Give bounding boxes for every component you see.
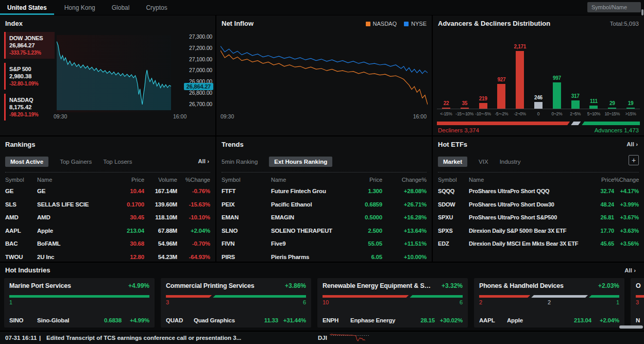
leader-name: Apple — [507, 317, 563, 323]
x-axis-category: 0 — [529, 111, 548, 116]
industry-leader-row[interactable]: AAPLApple213.04+2.04% — [479, 317, 619, 323]
industry-distribution-bar — [636, 295, 644, 298]
table-row-edz[interactable]: EDZDirexion Daily MSCI Em Mkts Bear 3X E… — [438, 237, 639, 251]
rankings-tab-most-active[interactable]: Most Active — [5, 157, 48, 167]
cell-symbol: EMAN — [222, 211, 271, 225]
symbol-search-input[interactable] — [587, 2, 641, 12]
index-list: DOW JONES26,864.27-333.75-1.23%S&P 5002,… — [4, 32, 55, 125]
cell-price: 55.05 — [348, 237, 382, 251]
hot-etfs-all-link[interactable]: All › — [626, 141, 638, 147]
cell-volume: 54.23M — [144, 251, 177, 262]
distribution-bar-15-10: 35 — [455, 31, 474, 109]
market-nav: United StatesHong KongGlobalCryptos — [0, 0, 644, 15]
nav-tab-cryptos[interactable]: Cryptos — [146, 0, 167, 15]
table-row-peix[interactable]: PEIXPacific Ethanol0.6859+26.71% — [222, 198, 427, 212]
leader-name: Sino-Global — [37, 317, 93, 323]
cell-change: +4.17% — [614, 185, 639, 198]
industry-segment-red — [166, 295, 212, 298]
industry-card-o[interactable]: O3N — [631, 278, 644, 328]
trends-tab-ext-hours-ranking[interactable]: Ext Hours Ranking — [269, 157, 332, 167]
table-row-aapl[interactable]: AAPLApple213.0467.88M+2.04% — [5, 225, 210, 238]
table-row-sqqq[interactable]: SQQQProShares UltraPro Short QQQ32.74+4.… — [438, 185, 639, 198]
table-row-eman[interactable]: EMANEMAGIN0.5000+16.28% — [222, 211, 427, 225]
dji-sparkline-svg — [330, 329, 380, 343]
hot-etfs-tab-vix[interactable]: VIX — [479, 159, 488, 165]
table-row-spxu[interactable]: SPXUProShares UltraPro Short S&P50026.81… — [438, 211, 639, 225]
cell-price: 0.1700 — [105, 198, 144, 212]
count-red: 2 — [479, 299, 482, 305]
cell-symbol: SPXS — [438, 225, 469, 238]
horizontal-scrollbar[interactable] — [619, 325, 643, 329]
index-item-nasdaq[interactable]: NASDAQ8,175.42-98.20-1.19% — [4, 94, 55, 121]
cell-price: 30.45 — [105, 211, 144, 225]
index-item-dow-jones[interactable]: DOW JONES26,864.27-333.75-1.23% — [4, 32, 55, 59]
table-row-fivn[interactable]: FIVNFive955.05+11.51% — [222, 237, 427, 251]
hot-industries-all-link[interactable]: All › — [624, 267, 636, 273]
industry-leader-row[interactable]: SINOSino-Global0.6838+4.99% — [9, 317, 149, 323]
news-headline[interactable]: Edited Transcript of TCS earnings confer… — [46, 332, 241, 344]
industry-leader-row[interactable]: ENPHEnphase Energy28.15+30.02% — [323, 317, 463, 323]
table-row-ge[interactable]: GEGE10.44167.14M-0.76% — [5, 185, 210, 198]
bar-value-label: 219 — [479, 96, 487, 101]
index-item-s-p-500[interactable]: S&P 5002,980.38-32.80-1.09% — [4, 63, 55, 90]
industry-card-phones-handheld-devices[interactable]: Phones & Handheld Devices+2.03%221AAPLAp… — [474, 278, 624, 328]
industry-name: Marine Port Services — [9, 282, 71, 289]
hot-etfs-tab-market[interactable]: Market — [438, 157, 467, 167]
rankings-table-header: SymbolNamePriceVolume%Change — [5, 172, 210, 183]
add-etf-button[interactable]: + — [629, 155, 639, 165]
table-row-slno[interactable]: SLNOSOLENO THERAPEUT2.500+13.64% — [222, 225, 427, 238]
table-row-ftft[interactable]: FTFTFuture Fintech Grou1.300+28.08% — [222, 185, 427, 198]
industry-card-renewable-energy-equipment-serv[interactable]: Renewable Energy Equipment & Serv...+3.3… — [317, 278, 468, 328]
cell-name: Future Fintech Grou — [271, 185, 348, 198]
cell-price: 48.24 — [592, 198, 614, 212]
index-change: -32.80-1.09% — [9, 80, 53, 87]
industry-change: +3.86% — [285, 282, 306, 289]
table-row-amd[interactable]: AMDAMD30.45118.10M-10.10% — [5, 211, 210, 225]
distribution-bar-0-2: 997 — [548, 31, 566, 109]
net-inflow-title: Net Inflow — [222, 20, 253, 27]
rankings-all-link[interactable]: All › — [198, 158, 209, 164]
vertical-scrollbar[interactable] — [641, 9, 643, 15]
cell-change: +3.99% — [614, 198, 639, 212]
table-row-bac[interactable]: BACBoFAML30.6854.96M-0.70% — [5, 237, 210, 251]
status-bar: 07-31 16:11 | Edited Transcript of TCS e… — [0, 332, 644, 344]
hot-etfs-tab-industry[interactable]: Industry — [500, 159, 521, 165]
x-axis-category: -10~-5% — [474, 111, 493, 116]
trends-table-header: SymbolNamePriceChange% — [222, 172, 427, 183]
x-axis-category: >15% — [621, 111, 640, 116]
x-axis-category: 0~2% — [548, 111, 566, 116]
table-row-sdow[interactable]: SDOWProShares UltraPro Short Dow3048.24+… — [438, 198, 639, 212]
industry-leader-row[interactable]: N — [636, 317, 644, 323]
legend-label: NASDAQ — [373, 21, 397, 27]
leader-symbol: SINO — [9, 317, 37, 323]
index-chart-svg — [57, 35, 171, 112]
industry-card-marine-port-services[interactable]: Marine Port Services+4.99%1SINOSino-Glob… — [4, 278, 155, 328]
rankings-tab-top-gainers[interactable]: Top Gainers — [60, 159, 92, 165]
cell-price: 45.65 — [592, 237, 614, 251]
col-header-symbol: Symbol — [222, 177, 271, 183]
industry-leader-row[interactable]: QUADQuad Graphics11.33+31.44% — [166, 317, 306, 323]
nav-tab-united-states[interactable]: United States — [0, 0, 54, 15]
industry-name: Commercial Printing Services — [166, 282, 255, 289]
table-row-twou[interactable]: TWOU2U Inc12.8054.23M-64.93% — [5, 251, 210, 262]
rankings-tab-top-losers[interactable]: Top Losers — [103, 159, 132, 165]
table-row-pirs[interactable]: PIRSPieris Pharms6.05+10.00% — [222, 251, 427, 262]
industry-counts: 221 — [479, 299, 619, 306]
cell-change: -0.70% — [177, 237, 210, 251]
table-row-sls[interactable]: SLSSELLAS LIFE SCIE0.1700139.60M-15.63% — [5, 198, 210, 212]
distribution-bar-5-2: 927 — [492, 31, 511, 109]
net-inflow-legend: NASDAQNYSE — [366, 21, 427, 27]
x-axis-category: -2~0% — [511, 111, 529, 116]
trends-tab-5min-ranking[interactable]: 5min Ranking — [222, 159, 258, 165]
cell-price: 0.6859 — [348, 198, 382, 212]
nav-tab-hong-kong[interactable]: Hong Kong — [64, 0, 95, 15]
trends-panel: Trends 5min RankingExt Hours Ranking Sym… — [216, 136, 432, 262]
industry-card-commercial-printing-services[interactable]: Commercial Printing Services+3.86%36QUAD… — [161, 278, 311, 328]
leader-price: 11.33 — [249, 317, 278, 323]
nav-tab-global[interactable]: Global — [112, 0, 130, 15]
cell-symbol: BAC — [5, 237, 37, 251]
dji-ticker-label[interactable]: DJI — [318, 332, 327, 344]
cell-name: Pacific Ethanol — [271, 198, 348, 212]
cell-change: -15.63% — [177, 198, 210, 212]
table-row-spxs[interactable]: SPXSDirexion Daily S&P 500® Bear 3X ETF1… — [438, 225, 639, 238]
